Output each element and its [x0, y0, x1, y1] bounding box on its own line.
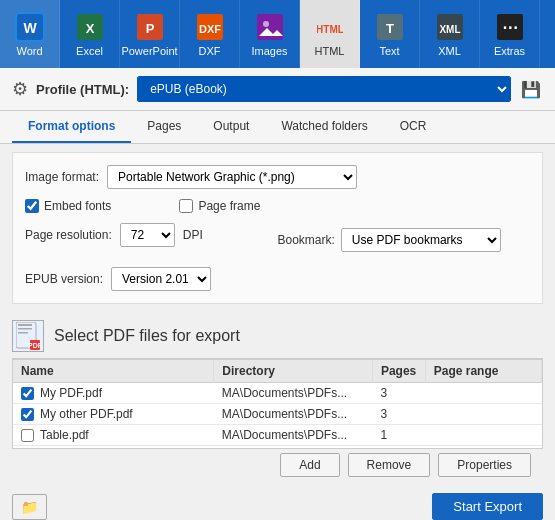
xml-icon: XML: [435, 12, 465, 42]
section-header: PDF Select PDF files for export: [12, 312, 543, 359]
svg-text:T: T: [386, 21, 394, 36]
file-directory: MA\Documents\PDFs...: [214, 404, 373, 425]
table-row[interactable]: Table.pdf MA\Documents\PDFs... 1: [13, 425, 542, 446]
excel-icon: X: [75, 12, 105, 42]
image-format-row: Image format: Portable Network Graphic (…: [25, 165, 530, 189]
file-name: My other PDF.pdf: [40, 407, 133, 421]
svg-text:DXF: DXF: [199, 23, 221, 35]
pdf-section-icon: PDF: [12, 320, 44, 352]
images-icon: [255, 12, 285, 42]
epub-version-label: EPUB version:: [25, 272, 103, 286]
table-row[interactable]: My other PDF.pdf MA\Documents\PDFs... 3: [13, 404, 542, 425]
toolbar-item-html[interactable]: HTML HTML: [300, 0, 360, 68]
toolbar-label-images: Images: [251, 45, 287, 57]
tab-format-options[interactable]: Format options: [12, 111, 131, 143]
save-profile-button[interactable]: 💾: [519, 78, 543, 101]
profile-select-wrap: ePUB (eBook) HTML (Standard) HTML5 MHTML: [137, 76, 511, 102]
bookmark-select[interactable]: Use PDF bookmarks Use headings None: [341, 228, 501, 252]
toolbar-label-excel: Excel: [76, 45, 103, 57]
toolbar-item-images[interactable]: Images: [240, 0, 300, 68]
file-table-container[interactable]: Name Directory Pages Page range My PDF.p…: [12, 359, 543, 449]
dxf-icon: DXF: [195, 12, 225, 42]
start-export-button[interactable]: Start Export: [432, 493, 543, 520]
tab-pages[interactable]: Pages: [131, 111, 197, 143]
remove-button[interactable]: Remove: [348, 453, 431, 477]
col-pages: Pages: [372, 360, 425, 383]
toolbar-label-powerpoint: PowerPoint: [121, 45, 177, 57]
dpi-unit-label: DPI: [183, 228, 203, 242]
table-actions: Add Remove Properties: [12, 449, 543, 481]
gear-icon[interactable]: ⚙: [12, 78, 28, 100]
toolbar-label-extras: Extras: [494, 45, 525, 57]
toolbar-item-text[interactable]: T Text: [360, 0, 420, 68]
toolbar-item-word[interactable]: W Word: [0, 0, 60, 68]
file-name-cell: My PDF.pdf: [13, 383, 214, 404]
toolbar-item-excel[interactable]: X Excel: [60, 0, 120, 68]
col-page-range: Page range: [425, 360, 541, 383]
profile-label: Profile (HTML):: [36, 82, 129, 97]
file-checkbox-0[interactable]: [21, 387, 34, 400]
embed-fonts-label: Embed fonts: [44, 199, 111, 213]
powerpoint-icon: P: [135, 12, 165, 42]
toolbar-item-extras[interactable]: ⋯ Extras: [480, 0, 540, 68]
html-icon: HTML: [315, 12, 345, 42]
svg-rect-8: [257, 14, 283, 40]
profile-select[interactable]: ePUB (eBook) HTML (Standard) HTML5 MHTML: [138, 77, 510, 101]
toolbar-item-xml[interactable]: XML XML: [420, 0, 480, 68]
extras-icon: ⋯: [495, 12, 525, 42]
toolbar-label-xml: XML: [438, 45, 461, 57]
page-frame-input[interactable]: [179, 199, 193, 213]
properties-button[interactable]: Properties: [438, 453, 531, 477]
tab-watched-folders[interactable]: Watched folders: [265, 111, 383, 143]
toolbar-item-powerpoint[interactable]: P PowerPoint: [120, 0, 180, 68]
file-name: My PDF.pdf: [40, 386, 102, 400]
image-format-label: Image format:: [25, 170, 99, 184]
col-directory: Directory: [214, 360, 373, 383]
add-button[interactable]: Add: [280, 453, 339, 477]
tab-ocr[interactable]: OCR: [384, 111, 443, 143]
toolbar-item-dxf[interactable]: DXF DXF: [180, 0, 240, 68]
profile-row: ⚙ Profile (HTML): ePUB (eBook) HTML (Sta…: [0, 68, 555, 111]
file-pages: 3: [372, 383, 425, 404]
svg-text:W: W: [23, 20, 37, 36]
page-frame-checkbox[interactable]: Page frame: [179, 199, 260, 213]
toolbar-label-dxf: DXF: [199, 45, 221, 57]
svg-point-9: [263, 21, 269, 27]
file-name: Table.pdf: [40, 428, 89, 442]
file-directory: MA\Documents\PDFs...: [214, 425, 373, 446]
bookmark-row: Bookmark: Use PDF bookmarks Use headings…: [278, 223, 531, 257]
file-table: Name Directory Pages Page range My PDF.p…: [13, 360, 542, 449]
file-checkbox-2[interactable]: [21, 429, 34, 442]
embed-fonts-checkbox[interactable]: Embed fonts: [25, 199, 111, 213]
checkboxes-row: Embed fonts Page frame: [25, 199, 530, 213]
table-row[interactable]: My PDF.pdf MA\Documents\PDFs... 3: [13, 383, 542, 404]
table-header-row: Name Directory Pages Page range: [13, 360, 542, 383]
page-resolution-label: Page resolution:: [25, 228, 112, 242]
svg-rect-22: [18, 332, 28, 334]
file-checkbox-1[interactable]: [21, 408, 34, 421]
image-format-select[interactable]: Portable Network Graphic (*.png) JPEG (*…: [107, 165, 357, 189]
svg-rect-21: [18, 328, 32, 330]
tab-output[interactable]: Output: [197, 111, 265, 143]
toolbar-label-html: HTML: [315, 45, 345, 57]
toolbar-label-text: Text: [379, 45, 399, 57]
tabs-row: Format options Pages Output Watched fold…: [0, 111, 555, 144]
embed-fonts-input[interactable]: [25, 199, 39, 213]
file-page-range: [425, 404, 541, 425]
folder-button[interactable]: 📁: [12, 494, 47, 520]
section-title: Select PDF files for export: [54, 327, 240, 345]
epub-version-row: EPUB version: Version 2.01 Version 3.0: [25, 267, 530, 291]
profile-wrapper: ePUB (eBook) HTML (Standard) HTML5 MHTML: [137, 76, 511, 102]
bookmark-label: Bookmark:: [278, 233, 335, 247]
svg-text:XML: XML: [439, 24, 460, 35]
file-pages: 3: [372, 404, 425, 425]
file-page-range: [425, 383, 541, 404]
dpi-select[interactable]: 72 96 150 300: [120, 223, 175, 247]
select-pdf-section: PDF Select PDF files for export Name Dir…: [12, 312, 543, 481]
file-page-range: [425, 425, 541, 446]
svg-text:HTML: HTML: [317, 24, 343, 35]
toolbar: W Word X Excel P PowerPoint DXF DXF Imag…: [0, 0, 555, 68]
page-frame-label: Page frame: [198, 199, 260, 213]
format-options-area: Image format: Portable Network Graphic (…: [12, 152, 543, 304]
epub-version-select[interactable]: Version 2.01 Version 3.0: [111, 267, 211, 291]
